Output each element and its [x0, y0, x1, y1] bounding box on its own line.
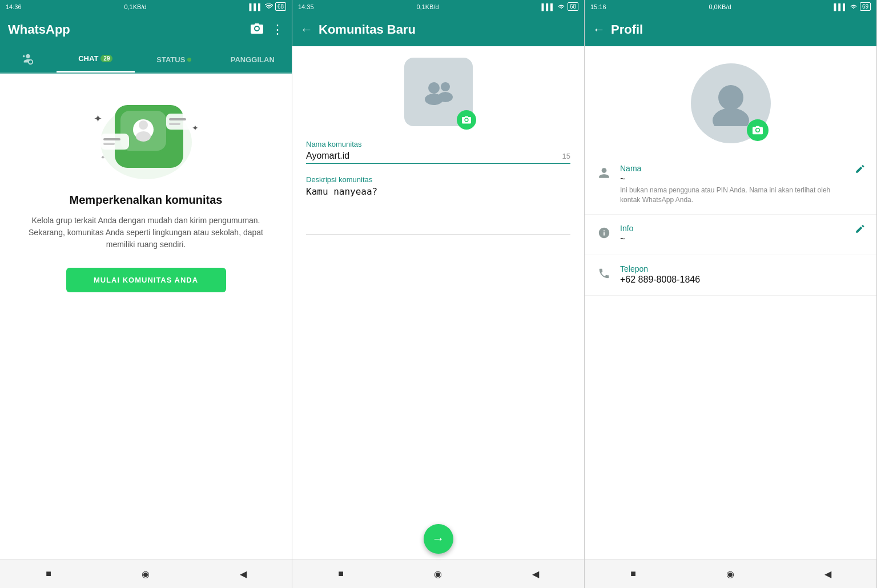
name-field-body: Nama ~ Ini bukan nama pengguna atau PIN … — [620, 164, 847, 205]
battery-icon-2: 68 — [568, 2, 578, 11]
camera-icon[interactable] — [251, 23, 263, 37]
signal-icon-2: ▌▌▌ — [541, 3, 554, 10]
status-bar-2: 14:35 0,1KB/d ▌▌▌ 68 — [292, 0, 584, 13]
nav-stop-3[interactable]: ■ — [627, 567, 639, 580]
svg-text:✦: ✦ — [192, 123, 199, 132]
status-icons-1: ▌▌▌ 68 — [249, 2, 286, 11]
chat-badge: 29 — [100, 55, 112, 62]
header-3: ← Profil — [585, 13, 876, 46]
panel-komunitas: 14:35 0,1KB/d ▌▌▌ 68 ← Komunitas Baru — [292, 0, 585, 588]
profil-field-name: Nama ~ Ini bukan nama pengguna atau PIN … — [585, 155, 876, 215]
status-tab-label: STATUS — [156, 55, 185, 64]
panel-whatsapp: 14:36 0,1KB/d ▌▌▌ 68 WhatsApp ⋮ — [0, 0, 292, 588]
phone-label: Telepon — [620, 264, 865, 273]
signal-icon-1: ▌▌▌ — [249, 3, 262, 10]
svg-point-15 — [428, 82, 440, 94]
wifi-icon-3 — [850, 3, 858, 10]
svg-text:✦: ✦ — [94, 113, 102, 124]
header-icons-1: ⋮ — [251, 22, 284, 37]
phone-value: +62 889-8008-1846 — [620, 275, 865, 285]
svg-point-5 — [136, 131, 151, 142]
community-name-label: Nama komunitas — [306, 140, 570, 148]
komunitas-title: Komunitas Baru — [319, 22, 576, 37]
nav-stop-2[interactable]: ■ — [335, 567, 347, 580]
community-desc-section: Deskripsi komunitas Kamu nanyeaa? — [306, 175, 570, 235]
profil-title: Profil — [611, 22, 868, 37]
tab-status[interactable]: STATUS — [135, 46, 213, 73]
tab-calls[interactable]: PANGGILAN — [214, 46, 292, 73]
status-time-2: 14:35 — [298, 3, 314, 10]
phone-field-body: Telepon +62 889-8008-1846 — [620, 264, 865, 286]
battery-icon-1: 68 — [275, 2, 286, 11]
panel-profil: 15:16 0,0KB/d ▌▌▌ 69 ← Profil — [585, 0, 877, 588]
community-name-input[interactable] — [306, 151, 558, 161]
nav-home-2[interactable]: ◉ — [432, 567, 444, 580]
start-community-button[interactable]: MULAI KOMUNITAS ANDA — [66, 268, 226, 292]
status-icons-2: ▌▌▌ 68 — [541, 2, 578, 11]
svg-rect-10 — [103, 138, 120, 140]
svg-point-20 — [713, 108, 749, 126]
nav-back-3[interactable]: ◀ — [822, 567, 834, 580]
status-icons-3: ▌▌▌ 69 — [834, 2, 871, 11]
svg-rect-9 — [100, 134, 129, 150]
svg-rect-7 — [169, 118, 186, 120]
info-value: ~ — [620, 234, 847, 244]
svg-rect-11 — [103, 143, 115, 145]
svg-point-19 — [718, 85, 743, 110]
profil-field-phone: Telepon +62 889-8008-1846 — [585, 255, 876, 296]
back-button-2[interactable]: ← — [300, 22, 313, 37]
bottom-nav-1: ■ ◉ ◀ — [0, 559, 292, 588]
more-icon[interactable]: ⋮ — [271, 22, 284, 37]
community-illustration: ✦ ✦ ✦ — [83, 91, 209, 182]
phone-icon — [596, 265, 612, 281]
status-time-1: 14:36 — [6, 3, 22, 10]
svg-point-18 — [438, 92, 453, 102]
profil-avatar-area — [585, 46, 876, 155]
wifi-icon-1 — [265, 3, 273, 10]
battery-icon-3: 69 — [860, 2, 871, 11]
header-1: WhatsApp ⋮ — [0, 13, 292, 46]
name-label: Nama — [620, 164, 847, 173]
nav-home-1[interactable]: ◉ — [139, 567, 152, 580]
profil-avatar — [691, 63, 771, 143]
status-dot — [187, 58, 191, 62]
chat-tab-label: CHAT — [78, 54, 98, 63]
nav-home-3[interactable]: ◉ — [724, 567, 737, 580]
info-edit-icon[interactable] — [855, 224, 865, 237]
svg-point-17 — [441, 82, 450, 91]
community-desc-input[interactable]: Kamu nanyeaa? — [306, 186, 570, 232]
tab-chat[interactable]: CHAT 29 — [57, 46, 135, 73]
komunitas-form: Nama komunitas 15 Deskripsi komunitas Ka… — [292, 46, 584, 559]
signal-icon-3: ▌▌▌ — [834, 3, 847, 10]
calls-tab-label: PANGGILAN — [231, 55, 275, 64]
name-edit-icon[interactable] — [855, 164, 865, 177]
profil-camera-fab[interactable] — [747, 119, 769, 141]
group-avatar — [404, 58, 473, 126]
fab-next-icon: → — [432, 531, 445, 546]
status-bar-3: 15:16 0,0KB/d ▌▌▌ 69 — [585, 0, 876, 13]
next-fab[interactable]: → — [424, 524, 453, 554]
profil-field-info: Info ~ — [585, 215, 876, 255]
community-name-section: Nama komunitas 15 — [306, 140, 570, 164]
tab-community[interactable] — [0, 46, 57, 73]
group-camera-fab[interactable] — [457, 110, 476, 130]
nav-back-1[interactable]: ◀ — [237, 567, 250, 580]
bottom-nav-3: ■ ◉ ◀ — [585, 559, 876, 588]
status-data-2: 0,1KB/d — [416, 3, 438, 10]
info-label: Info — [620, 224, 847, 233]
desc-underline: Kamu nanyeaa? — [306, 186, 570, 235]
bottom-nav-2: ■ ◉ ◀ — [292, 559, 584, 588]
community-description: Kelola grup terkait Anda dengan mudah da… — [17, 215, 275, 251]
svg-text:✦: ✦ — [100, 154, 105, 160]
svg-rect-6 — [166, 114, 195, 130]
status-time-3: 15:16 — [590, 3, 606, 10]
back-button-3[interactable]: ← — [593, 22, 605, 37]
community-desc-label: Deskripsi komunitas — [306, 175, 570, 184]
nav-back-2[interactable]: ◀ — [529, 567, 542, 580]
nav-stop-1[interactable]: ■ — [42, 567, 55, 580]
status-data-3: 0,0KB/d — [709, 3, 731, 10]
wifi-icon-2 — [557, 3, 565, 10]
community-heading: Memperkenalkan komunitas — [70, 194, 223, 207]
svg-rect-8 — [169, 123, 180, 125]
community-intro: ✦ ✦ ✦ Memperkenalkan komunitas Kelola gr… — [0, 74, 292, 559]
